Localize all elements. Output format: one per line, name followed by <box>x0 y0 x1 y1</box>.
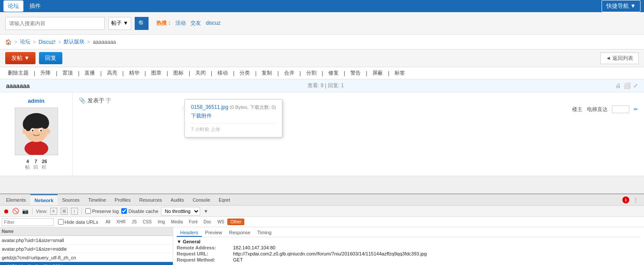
mod-item-精华[interactable]: 精华 <box>126 69 142 77</box>
external-icon[interactable]: ⤢ <box>633 82 638 89</box>
clear-button[interactable]: 🚫 <box>12 208 19 215</box>
home-icon[interactable]: 🏠 <box>5 39 12 45</box>
reply-button[interactable]: 回复 <box>39 52 62 64</box>
network-list-row[interactable]: ✕115144azffzq9qq3fdc393.jpg <box>0 262 173 265</box>
sort-icon[interactable]: ↕ <box>71 208 78 215</box>
detail-tab-preview[interactable]: Preview <box>202 229 226 237</box>
breadcrumb-forum[interactable]: 论坛 <box>20 38 30 46</box>
search-input[interactable] <box>5 17 105 30</box>
devtools-tab-sources[interactable]: Sources <box>58 194 84 205</box>
network-list-row[interactable]: avatar.php?uid=1&size=middle <box>0 245 173 253</box>
mod-item-直播[interactable]: 直播 <box>82 69 97 77</box>
remote-address-val[interactable]: 182.140.147.104:80 <box>233 245 275 250</box>
devtools-tab-profiles[interactable]: Profiles <box>110 194 135 205</box>
throttle-dropdown-icon[interactable]: ▼ <box>203 208 210 215</box>
network-content: Name avatar.php?uid=1&size=smallavatar.p… <box>0 227 644 265</box>
svg-point-7 <box>32 130 33 131</box>
filter-type-js[interactable]: JS <box>129 219 140 225</box>
mod-item-移动[interactable]: 移动 <box>215 69 230 77</box>
filter-type-xhr[interactable]: XHR <box>113 219 129 225</box>
nav-item-forum[interactable]: 论坛 <box>3 0 23 12</box>
nav-quick-nav[interactable]: 快捷导航 ▼ <box>602 0 641 12</box>
elevator-input[interactable] <box>612 105 629 113</box>
detail-tab-timing[interactable]: Timing <box>254 229 275 237</box>
mod-item-分类[interactable]: 分类 <box>237 69 252 77</box>
tooltip-meta: (0 Bytes, 下载次数: 0) <box>230 105 275 110</box>
breadcrumb-current: aaaaaaaa <box>93 39 116 45</box>
devtools-tab-elements[interactable]: Elements <box>2 194 30 205</box>
breadcrumb-board[interactable]: 默认版块 <box>64 38 84 46</box>
hide-data-urls-label[interactable]: Hide data URLs <box>58 219 98 225</box>
filter-type-font[interactable]: Font <box>186 219 201 225</box>
mod-item-合并[interactable]: 合并 <box>282 69 297 77</box>
avatar <box>15 108 58 155</box>
nav-item-plugin[interactable]: 插件 <box>25 0 45 12</box>
request-method-row: Request Method: GET <box>177 257 641 262</box>
post-content: 📎 发表于 于 <box>79 97 638 105</box>
user-stat-积: 26积 <box>42 159 47 170</box>
hide-data-urls-checkbox[interactable] <box>58 219 64 225</box>
filter-type-css[interactable]: CSS <box>140 219 155 225</box>
print-icon[interactable]: 🖨 <box>615 82 621 89</box>
record-button[interactable]: ⏺ <box>3 208 10 215</box>
request-url-row: Request URL: http://7xpdai.com2.z0.glb.q… <box>177 251 641 256</box>
mod-item-置顶[interactable]: 置顶 <box>60 69 75 77</box>
mod-item-复制[interactable]: 复制 <box>259 69 275 77</box>
mod-item-警告[interactable]: 警告 <box>348 69 363 77</box>
request-url-val[interactable]: http://7xpdai.com2.z0.glb.qiniucdn.com//… <box>233 251 427 256</box>
disable-cache-label[interactable]: Disable cache <box>121 208 158 214</box>
devtools-tab-timeline[interactable]: Timeline <box>84 194 110 205</box>
detail-tab-headers[interactable]: Headers <box>177 229 202 237</box>
expand-icon[interactable]: ⬜ <box>624 82 631 89</box>
hot-link-2[interactable]: 交友 <box>191 20 201 26</box>
tooltip-footer: 7 小时前 上传 <box>191 123 276 133</box>
mod-item-分割[interactable]: 分割 <box>304 69 319 77</box>
preserve-log-checkbox[interactable] <box>85 208 91 214</box>
mod-item-删除主题[interactable]: 删除主题 <box>5 69 31 77</box>
mod-item-屏蔽[interactable]: 屏蔽 <box>370 69 385 77</box>
mod-item-图章[interactable]: 图章 <box>149 69 164 77</box>
devtools-tab-network[interactable]: Network <box>30 194 58 205</box>
devtools-tab-audits[interactable]: Audits <box>166 194 188 205</box>
devtools-more-icon[interactable]: ⋮ <box>632 196 640 204</box>
mod-item-标签[interactable]: 标签 <box>392 69 408 77</box>
devtools-tab-eqret[interactable]: Eqret <box>214 194 234 205</box>
return-button[interactable]: ◄ 返回列表 <box>600 52 639 64</box>
throttle-select[interactable]: No throttlingOfflineGPRSRegular 2GGood 2… <box>161 207 200 216</box>
hot-link-1[interactable]: 活动 <box>175 20 186 26</box>
filter-input[interactable] <box>2 218 54 226</box>
edit-icon[interactable]: ✏ <box>634 106 638 112</box>
svg-point-4 <box>40 117 49 129</box>
filter-type-img[interactable]: Img <box>155 219 168 225</box>
filter-type-other[interactable]: Other <box>227 219 244 225</box>
devtools-tab-resources[interactable]: Resources <box>135 194 166 205</box>
post-button[interactable]: 发帖 ▼ <box>5 52 36 64</box>
network-list-row[interactable]: avatar.php?uid=1&size=small <box>0 236 173 245</box>
filter-type-media[interactable]: Media <box>168 219 186 225</box>
breadcrumb-discuz[interactable]: Discuz! <box>39 39 55 45</box>
list-view-icon[interactable]: ≡ <box>50 208 57 215</box>
hot-link-3[interactable]: discuz <box>206 20 220 26</box>
filter-type-all[interactable]: All <box>103 219 113 225</box>
camera-button[interactable]: 📷 <box>22 208 29 215</box>
mod-item-修复[interactable]: 修复 <box>326 69 341 77</box>
remote-address-key: Remote Address: <box>177 245 233 250</box>
filter-type-doc[interactable]: Doc <box>201 219 214 225</box>
mod-item-关闭[interactable]: 关闭 <box>193 69 208 77</box>
breadcrumb: 🏠 > 论坛 > Discuz! > 默认版块 > aaaaaaaa <box>0 35 644 49</box>
tooltip-download-link[interactable]: 下载附件 <box>191 113 212 119</box>
detail-view-icon[interactable]: ⊞ <box>61 208 68 215</box>
devtools-tab-console[interactable]: Console <box>188 194 214 205</box>
username[interactable]: admin <box>28 98 44 104</box>
mod-item-图标[interactable]: 图标 <box>171 69 186 77</box>
disable-cache-checkbox[interactable] <box>121 208 127 214</box>
filter-type-ws[interactable]: WS <box>214 219 227 225</box>
network-list-row[interactable]: getdzjs?cmd=urlquery_utf-8_zh_cn <box>0 253 173 262</box>
detail-tab-response[interactable]: Response <box>226 229 254 237</box>
search-button[interactable]: 🔍 <box>135 17 149 30</box>
search-type-dropdown[interactable]: 帖子 ▼ <box>108 17 131 30</box>
mod-item-升降[interactable]: 升降 <box>38 69 53 77</box>
preserve-log-label[interactable]: Preserve log <box>85 208 119 214</box>
svg-point-10 <box>46 129 50 134</box>
mod-item-高亮[interactable]: 高亮 <box>104 69 120 77</box>
